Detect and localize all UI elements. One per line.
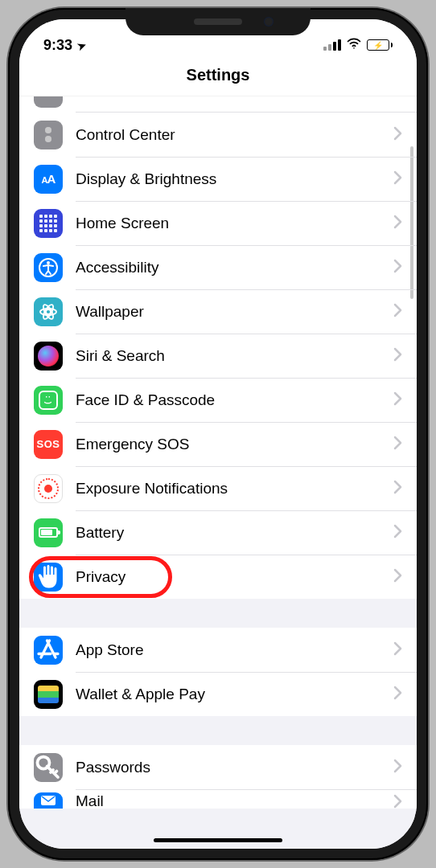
list-item-partial	[19, 96, 417, 113]
mail-icon	[34, 792, 63, 809]
row-label: Wallpaper	[76, 303, 393, 321]
list-item-home-screen[interactable]: Home Screen	[19, 201, 417, 245]
list-item-battery[interactable]: Battery	[19, 510, 417, 555]
battery-status-icon: ⚡	[367, 39, 393, 51]
row-label: Siri & Search	[76, 347, 393, 365]
accessibility-icon	[34, 253, 63, 282]
list-item-wallpaper[interactable]: Wallpaper	[19, 289, 417, 334]
list-item-siri-search[interactable]: Siri & Search	[19, 334, 417, 378]
notch	[125, 8, 311, 35]
chevron-right-icon	[393, 792, 402, 809]
faceid-icon	[34, 386, 63, 415]
sos-icon: SOS	[34, 430, 63, 459]
control-center-icon	[34, 121, 63, 149]
row-label: Battery	[76, 524, 393, 542]
list-item-wallet-apple-pay[interactable]: Wallet & Apple Pay	[19, 672, 417, 716]
page-title: Settings	[19, 59, 417, 96]
chevron-right-icon	[393, 125, 402, 145]
screen: 9:33 ➤ ⚡ Settings	[19, 19, 417, 849]
chevron-right-icon	[393, 757, 402, 778]
settings-list[interactable]: Control Center AA Display & Brightness H…	[19, 96, 417, 849]
row-label: Passwords	[76, 759, 393, 776]
chevron-right-icon	[393, 257, 402, 278]
list-item-exposure-notifications[interactable]: Exposure Notifications	[19, 466, 417, 510]
list-item-emergency-sos[interactable]: SOS Emergency SOS	[19, 422, 417, 466]
row-label: Face ID & Passcode	[76, 391, 393, 409]
home-indicator[interactable]	[154, 838, 282, 842]
display-brightness-icon: AA	[34, 165, 63, 194]
row-label: Accessibility	[76, 259, 393, 276]
home-screen-icon	[34, 209, 63, 238]
wifi-icon	[346, 35, 362, 55]
list-item-display-brightness[interactable]: AA Display & Brightness	[19, 157, 417, 201]
list-item-privacy[interactable]: Privacy	[19, 555, 417, 599]
chevron-right-icon	[393, 434, 402, 455]
chevron-right-icon	[393, 390, 402, 411]
chevron-right-icon	[393, 640, 402, 661]
exposure-icon	[34, 474, 63, 503]
row-label: App Store	[76, 641, 393, 659]
wallpaper-icon	[34, 297, 63, 326]
row-label: Exposure Notifications	[76, 480, 393, 497]
phone-frame: 9:33 ➤ ⚡ Settings	[8, 8, 428, 860]
chevron-right-icon	[393, 213, 402, 234]
wallet-icon	[34, 680, 63, 709]
chevron-right-icon	[393, 567, 402, 588]
chevron-right-icon	[393, 301, 402, 322]
row-label: Wallet & Apple Pay	[76, 686, 393, 703]
row-label: Control Center	[76, 126, 393, 144]
list-item-faceid-passcode[interactable]: Face ID & Passcode	[19, 378, 417, 422]
row-label: Emergency SOS	[76, 436, 393, 453]
chevron-right-icon	[393, 346, 402, 366]
chevron-right-icon	[393, 478, 402, 499]
row-label: Privacy	[76, 568, 393, 586]
list-item-app-store[interactable]: App Store	[19, 628, 417, 672]
svg-point-3	[46, 309, 51, 314]
battery-icon	[34, 518, 63, 547]
hand-icon	[34, 563, 63, 592]
row-label: Home Screen	[76, 215, 393, 232]
svg-point-2	[47, 261, 50, 264]
chevron-right-icon	[393, 684, 402, 705]
status-time: 9:33	[43, 37, 72, 54]
list-item-passwords[interactable]: Passwords	[19, 745, 417, 789]
location-icon: ➤	[76, 38, 88, 52]
chevron-right-icon	[393, 522, 402, 543]
list-item-accessibility[interactable]: Accessibility	[19, 245, 417, 289]
app-store-icon	[34, 636, 63, 665]
list-item-mail[interactable]: Mail	[19, 789, 417, 809]
row-label: Mail	[76, 792, 393, 809]
svg-point-0	[353, 47, 355, 49]
key-icon	[34, 753, 63, 782]
siri-icon	[34, 342, 63, 371]
cellular-signal-icon	[323, 39, 341, 51]
chevron-right-icon	[393, 169, 402, 190]
row-label: Display & Brightness	[76, 170, 393, 188]
list-item-control-center[interactable]: Control Center	[19, 113, 417, 157]
